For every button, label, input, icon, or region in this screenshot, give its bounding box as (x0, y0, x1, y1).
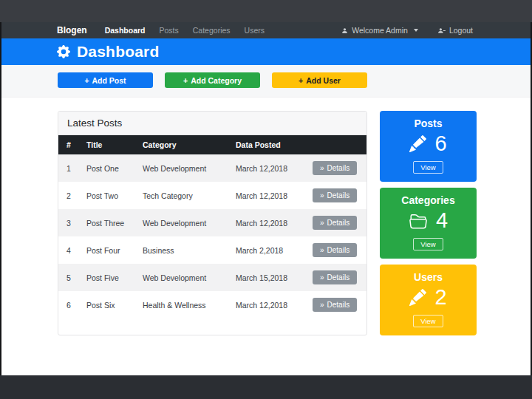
row-date: March 12,2018 (228, 154, 305, 182)
row-title: Post Five (79, 264, 135, 291)
details-button[interactable]: »Details (313, 270, 357, 284)
chevrons-right-icon: » (320, 164, 324, 172)
row-category: Tech Category (135, 182, 228, 209)
categories-stat-card: Categories 4 View (380, 188, 477, 259)
pencil-icon (409, 135, 426, 152)
chevrons-right-icon: » (320, 273, 324, 282)
row-num: 2 (58, 182, 79, 209)
posts-count: 6 (434, 133, 446, 154)
user-logout-icon (437, 27, 446, 34)
page-header: Dashboard (1, 38, 531, 65)
categories-count: 4 (436, 210, 448, 231)
row-category: Web Development (135, 154, 228, 182)
table-row: 6 Post Six Health & Wellness March 12,20… (58, 291, 366, 318)
latest-posts-title: Latest Posts (58, 112, 366, 135)
details-button[interactable]: »Details (313, 243, 357, 257)
chevrons-right-icon: » (320, 191, 324, 200)
navbar-right: Welcome Admin Logout (341, 26, 473, 35)
details-label: Details (327, 273, 350, 282)
row-num: 6 (58, 291, 79, 318)
users-stat-card: Users 2 View (380, 265, 477, 335)
details-label: Details (327, 246, 350, 254)
details-label: Details (327, 191, 350, 200)
row-date: March 12,2018 (228, 291, 305, 318)
add-post-button[interactable]: + Add Post (58, 72, 153, 88)
details-button[interactable]: »Details (313, 188, 357, 202)
page-title: Dashboard (77, 43, 160, 61)
logout-button[interactable]: Logout (437, 26, 473, 35)
posts-table: # Title Category Data Posted 1 Post One … (58, 135, 366, 318)
nav-item-dashboard[interactable]: Dashboard (105, 26, 146, 35)
details-button[interactable]: »Details (313, 298, 357, 312)
add-category-button[interactable]: + Add Category (165, 72, 260, 88)
actions-strip: + Add Post + Add Category + Add User (1, 65, 531, 98)
row-category: Web Development (135, 209, 228, 236)
stats-column: Posts 6 View Categories 4 View (380, 111, 477, 335)
user-icon (341, 27, 348, 34)
latest-posts-card: Latest Posts # Title Category Data Poste… (58, 111, 367, 335)
details-label: Details (327, 164, 350, 172)
table-row: 1 Post One Web Development March 12,2018… (58, 154, 366, 182)
nav-item-categories[interactable]: Categories (193, 26, 231, 35)
plus-icon: + (299, 76, 303, 85)
users-stat-title: Users (380, 271, 477, 283)
row-category: Health & Wellness (135, 291, 228, 318)
gear-icon (57, 45, 70, 58)
nav-item-users[interactable]: Users (245, 26, 265, 35)
folder-open-icon (409, 212, 428, 230)
users-count: 2 (434, 287, 446, 308)
row-title: Post Four (79, 236, 135, 264)
row-category: Business (135, 236, 228, 264)
row-title: Post Six (79, 291, 135, 318)
chevrons-right-icon: » (320, 246, 324, 254)
table-row: 5 Post Five Web Development March 15,201… (58, 264, 366, 291)
row-num: 3 (58, 209, 79, 236)
view-posts-button[interactable]: View (413, 161, 443, 174)
col-title: Title (79, 135, 135, 154)
brand-link[interactable]: Blogen (57, 25, 87, 35)
posts-stat-title: Posts (380, 117, 477, 129)
chevrons-right-icon: » (320, 219, 324, 227)
pencil-icon (409, 289, 426, 306)
chevrons-right-icon: » (320, 301, 324, 309)
logout-label: Logout (449, 26, 473, 35)
row-date: March 2,2018 (228, 236, 305, 264)
navbar: Blogen Dashboard Posts Categories Users … (1, 22, 531, 38)
col-num: # (58, 135, 79, 154)
col-actions (305, 135, 366, 154)
screen: Blogen Dashboard Posts Categories Users … (0, 0, 532, 399)
table-row: 2 Post Two Tech Category March 12,2018 »… (58, 182, 366, 209)
add-user-label: Add User (306, 76, 341, 85)
details-label: Details (327, 301, 350, 309)
row-category: Web Development (135, 264, 228, 291)
view-categories-button[interactable]: View (413, 238, 443, 250)
table-header-row: # Title Category Data Posted (58, 135, 366, 154)
welcome-admin-dropdown[interactable]: Welcome Admin (341, 26, 418, 35)
col-category: Category (135, 135, 228, 154)
chevron-down-icon (414, 29, 418, 32)
add-post-label: Add Post (92, 76, 126, 85)
table-row: 4 Post Four Business March 2,2018 »Detai… (58, 236, 366, 264)
add-user-button[interactable]: + Add User (272, 72, 367, 88)
row-title: Post Two (79, 182, 135, 209)
col-date: Data Posted (228, 135, 305, 154)
categories-stat-title: Categories (380, 194, 477, 206)
row-title: Post Three (79, 209, 135, 236)
letterbox-bottom (0, 375, 532, 399)
plus-icon: + (84, 76, 89, 85)
plus-icon: + (183, 76, 188, 85)
details-button[interactable]: »Details (313, 216, 357, 230)
row-num: 5 (58, 264, 79, 291)
app-window: Blogen Dashboard Posts Categories Users … (1, 22, 531, 375)
table-row: 3 Post Three Web Development March 12,20… (58, 209, 366, 236)
row-title: Post One (79, 154, 135, 182)
main-content: Latest Posts # Title Category Data Poste… (1, 98, 531, 335)
welcome-admin-label: Welcome Admin (352, 26, 408, 35)
details-label: Details (327, 219, 350, 227)
posts-stat-card: Posts 6 View (380, 111, 477, 182)
details-button[interactable]: »Details (313, 161, 357, 175)
view-users-button[interactable]: View (413, 315, 443, 327)
row-date: March 12,2018 (228, 182, 305, 209)
row-date: March 12,2018 (228, 209, 305, 236)
nav-item-posts[interactable]: Posts (160, 26, 179, 35)
